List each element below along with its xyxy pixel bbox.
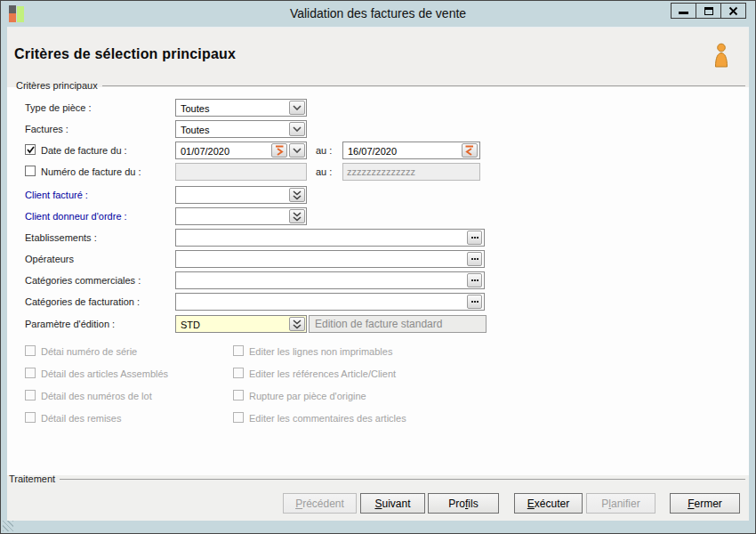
group-legend-traitement-label: Traitement (9, 473, 55, 484)
date-facture-to-calendar-button[interactable] (462, 143, 478, 158)
option-editer-references-label: Editer les références Article/Client (249, 368, 396, 379)
title-bar[interactable]: Validation des factures de vente (1, 1, 755, 27)
window-controls (672, 3, 746, 19)
date-facture-checkbox[interactable] (25, 144, 36, 155)
date-facture-from-value: 01/07/2020 (181, 146, 229, 157)
date-facture-au-label: au : (316, 145, 332, 156)
ellipsis-icon (471, 301, 473, 303)
ellipsis-icon (471, 279, 473, 281)
chevron-down-icon (293, 126, 302, 132)
factures-value: Toutes (181, 125, 209, 135)
date-facture-label: Date de facture du : (41, 145, 127, 156)
option-detail-numero-serie-label: Détai numéro de série (41, 346, 137, 357)
parametre-edition-description: Edition de facture standard (309, 315, 487, 333)
date-facture-to-field[interactable]: 16/07/2020 (342, 142, 480, 159)
minimize-icon (679, 12, 688, 14)
option-editer-references-checkbox (233, 368, 244, 378)
ellipsis-icon (471, 258, 473, 260)
double-chevron-down-icon (293, 212, 302, 222)
option-detail-numeros-lot-label: Détail des numéros de lot (41, 391, 152, 401)
profils-button[interactable]: Profils (428, 493, 499, 514)
categories-commerciales-field[interactable] (175, 271, 485, 289)
arrow-right-bar-icon (274, 145, 285, 156)
maximize-icon (704, 7, 713, 15)
factures-label: Factures : (25, 124, 68, 134)
precedent-button: Précédent (283, 493, 357, 514)
group-legend-traitement-line (60, 479, 745, 480)
categories-facturation-field[interactable] (175, 293, 485, 311)
numero-facture-label: Numéro de facture du : (41, 166, 141, 177)
double-chevron-down-icon (293, 320, 302, 329)
group-legend-main-label: Critères principaux (16, 80, 98, 91)
categories-commerciales-browse-button[interactable] (467, 273, 482, 287)
checkmark-icon (27, 146, 35, 154)
dialog-window: Validation des factures de vente Critère… (0, 0, 756, 534)
group-legend-traitement: Traitement (9, 473, 745, 484)
operateurs-field[interactable] (175, 250, 485, 268)
operateurs-label: Opérateurs (25, 254, 74, 264)
client-donneur-lookup-button[interactable] (289, 209, 305, 223)
double-chevron-down-icon (293, 190, 302, 200)
categories-commerciales-label: Catégories commerciales : (25, 275, 141, 286)
date-facture-from-calendar-button[interactable] (271, 143, 287, 158)
factures-combobox[interactable]: Toutes (175, 120, 307, 138)
numero-facture-from-input (175, 163, 307, 181)
type-piece-combobox[interactable]: Toutes (175, 99, 307, 117)
option-rupture-piece-label: Rupture par pièce d'origine (249, 391, 366, 401)
dialog-content: Critères de sélection principaux Critère… (7, 27, 749, 520)
categories-facturation-label: Catégories de facturation : (25, 296, 140, 307)
factures-dropdown-button[interactable] (289, 122, 305, 136)
option-rupture-piece-checkbox (233, 390, 244, 400)
user-icon[interactable] (712, 43, 731, 68)
parametre-edition-value: STD (181, 320, 200, 330)
fermer-button[interactable]: Fermer (670, 493, 740, 514)
option-editer-commentaires-label: Editer les commentaires des articles (249, 413, 406, 424)
etablissements-field[interactable] (175, 229, 485, 247)
date-facture-from-dropdown-button[interactable] (289, 143, 305, 158)
close-button[interactable] (720, 3, 746, 19)
type-piece-label: Type de pièce : (25, 102, 92, 113)
parametre-edition-lookup-button[interactable] (289, 317, 305, 331)
numero-facture-to-input (342, 163, 480, 181)
window-title: Validation des factures de vente (1, 6, 755, 20)
etablissements-browse-button[interactable] (467, 231, 482, 245)
numero-facture-au-label: au : (316, 166, 332, 177)
option-detail-numeros-lot-checkbox (25, 390, 36, 400)
option-detail-articles-assembles-checkbox (25, 368, 36, 378)
option-detail-articles-assembles-label: Détail des articles Assemblés (41, 368, 168, 379)
executer-button[interactable]: Exécuter (514, 493, 583, 514)
option-editer-lignes-checkbox (233, 345, 244, 356)
client-facture-lookup-button[interactable] (289, 188, 305, 202)
client-donneur-combobox[interactable] (175, 207, 307, 225)
planifier-button: Planifier (586, 493, 655, 514)
date-facture-to-value: 16/07/2020 (348, 146, 397, 157)
resize-grip[interactable] (3, 521, 13, 531)
parametre-edition-label: Paramètre d'édition : (25, 319, 115, 329)
etablissements-label: Etablissements : (25, 232, 97, 243)
option-detail-numero-serie-checkbox (25, 345, 36, 356)
option-detail-remises-label: Détail des remises (41, 413, 121, 424)
chevron-down-icon (293, 105, 302, 110)
option-editer-commentaires-checkbox (233, 412, 244, 423)
option-detail-remises-checkbox (25, 412, 36, 423)
client-donneur-label: Client donneur d'ordre : (25, 211, 127, 222)
categories-facturation-browse-button[interactable] (467, 295, 482, 309)
close-icon (728, 6, 738, 16)
ellipsis-icon (471, 237, 473, 239)
client-facture-combobox[interactable] (175, 186, 307, 204)
date-facture-from-field[interactable]: 01/07/2020 (175, 142, 307, 159)
option-editer-lignes-label: Editer les lignes non imprimables (249, 346, 392, 357)
type-piece-dropdown-button[interactable] (289, 101, 305, 115)
type-piece-value: Toutes (181, 103, 209, 114)
client-facture-label: Client facturé : (25, 190, 88, 200)
operateurs-browse-button[interactable] (467, 252, 482, 266)
numero-facture-checkbox[interactable] (25, 166, 36, 176)
parametre-edition-combobox[interactable]: STD (175, 315, 307, 333)
suivant-button[interactable]: Suivant (360, 493, 425, 514)
group-legend-main-line (102, 85, 745, 86)
arrow-left-bar-icon (464, 145, 475, 156)
group-legend-main: Critères principaux (16, 80, 745, 91)
maximize-button[interactable] (696, 3, 721, 19)
minimize-button[interactable] (671, 3, 696, 19)
page-title: Critères de sélection principaux (14, 46, 236, 62)
